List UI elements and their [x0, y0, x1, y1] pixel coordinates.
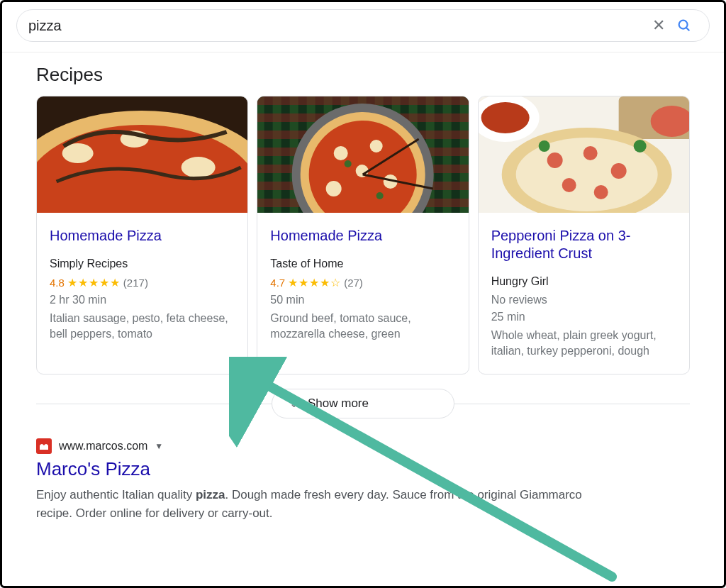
svg-point-21: [345, 160, 352, 167]
recipe-time: 2 hr 30 min: [50, 294, 235, 306]
recipe-ingredients: Ground beef, tomato sauce, mozzarella ch…: [270, 311, 455, 343]
svg-point-0: [679, 21, 688, 29]
svg-point-32: [562, 178, 576, 192]
recipe-card-body: Homemade Pizza Simply Recipes 4.8 ★★★★★ …: [37, 216, 247, 357]
svg-point-33: [593, 185, 608, 199]
recipe-card[interactable]: Pepperoni Pizza on 3-Ingredient Crust Hu…: [478, 96, 690, 375]
result-snippet: Enjoy authentic Italian quality pizza. D…: [36, 486, 618, 523]
svg-point-7: [182, 157, 216, 178]
search-bar[interactable]: ✕: [16, 9, 710, 42]
recipe-no-reviews: No reviews: [491, 294, 676, 306]
show-more-label: Show more: [308, 396, 369, 411]
recipes-heading: Recipes: [36, 64, 690, 86]
recipe-rating: 4.7 ★★★★☆ (27): [270, 276, 455, 289]
review-count: (217): [123, 277, 148, 289]
svg-point-31: [610, 163, 626, 179]
results-content: Recipes Homemade Pizza Simply Recipes 4.…: [2, 52, 724, 523]
svg-point-18: [326, 181, 342, 196]
svg-point-30: [583, 146, 597, 160]
recipe-ingredients: Whole wheat, plain greek yogurt, italian…: [491, 328, 676, 360]
recipe-image: [37, 96, 247, 213]
recipe-time: 50 min: [270, 294, 455, 306]
recipe-title[interactable]: Homemade Pizza: [50, 227, 235, 245]
recipe-ingredients: Italian sausage, pesto, feta cheese, bel…: [50, 311, 235, 343]
review-count: (27): [344, 277, 363, 289]
close-icon: ✕: [652, 16, 665, 35]
recipe-image: [479, 96, 689, 213]
clear-search-button[interactable]: ✕: [647, 12, 671, 39]
svg-point-35: [633, 140, 646, 152]
chevron-down-icon: ⌄: [289, 396, 298, 410]
star-icons: ★★★★☆: [288, 276, 341, 289]
recipe-time: 25 min: [491, 311, 676, 323]
show-more-row: ⌄ Show more: [36, 389, 690, 418]
rating-value: 4.8: [50, 277, 65, 289]
star-icons: ★★★★★: [67, 276, 121, 289]
result-url-row[interactable]: www.marcos.com ▼: [36, 438, 690, 454]
rating-value: 4.7: [270, 277, 285, 289]
recipe-cards-row: Homemade Pizza Simply Recipes 4.8 ★★★★★ …: [36, 96, 690, 375]
recipe-rating: 4.8 ★★★★★ (217): [50, 276, 235, 289]
show-more-button[interactable]: ⌄ Show more: [272, 389, 454, 418]
recipe-title[interactable]: Homemade Pizza: [270, 227, 455, 245]
svg-point-26: [481, 102, 529, 133]
recipe-source: Taste of Home: [270, 257, 455, 270]
recipe-source: Simply Recipes: [50, 257, 235, 270]
svg-point-22: [376, 192, 384, 199]
svg-point-16: [334, 146, 348, 160]
search-icon: [676, 18, 692, 33]
svg-point-34: [538, 140, 549, 152]
search-bar-container: ✕: [2, 2, 724, 52]
recipe-card[interactable]: Homemade Pizza Simply Recipes 4.8 ★★★★★ …: [36, 96, 248, 375]
recipe-card-body: Pepperoni Pizza on 3-Ingredient Crust Hu…: [479, 216, 689, 374]
organic-result: www.marcos.com ▼ Marco's Pizza Enjoy aut…: [36, 438, 690, 523]
result-title[interactable]: Marco's Pizza: [36, 458, 690, 480]
result-url: www.marcos.com: [59, 440, 147, 453]
recipe-source: Hungry Girl: [491, 275, 676, 288]
recipe-card-body: Homemade Pizza Taste of Home 4.7 ★★★★☆ (…: [257, 216, 468, 357]
search-button[interactable]: [671, 13, 698, 38]
dropdown-caret-icon[interactable]: ▼: [155, 441, 163, 451]
recipe-card[interactable]: Homemade Pizza Taste of Home 4.7 ★★★★☆ (…: [257, 96, 469, 375]
favicon-icon: [36, 438, 52, 454]
svg-line-1: [686, 28, 689, 30]
svg-point-29: [547, 152, 562, 168]
search-input[interactable]: [28, 18, 647, 34]
recipe-image: [257, 96, 468, 213]
svg-point-17: [370, 140, 383, 152]
recipe-title[interactable]: Pepperoni Pizza on 3-Ingredient Crust: [491, 227, 676, 262]
